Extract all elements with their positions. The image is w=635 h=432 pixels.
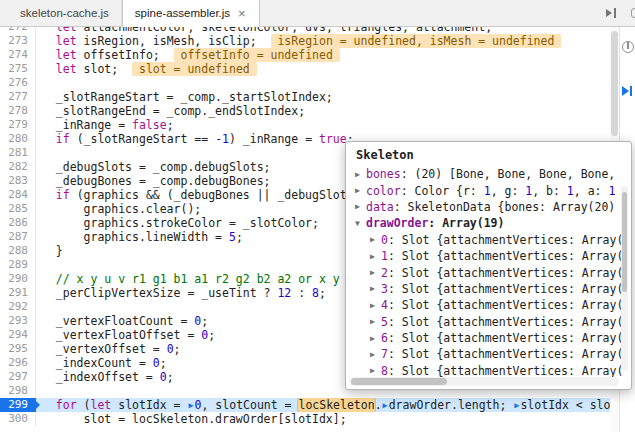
code-row: 272 let attachmentColor, skeletonColor, …	[0, 27, 619, 34]
line-number[interactable]: 288	[0, 244, 36, 258]
tree-expand-icon[interactable]: ▶	[368, 366, 381, 375]
tree-expand-icon[interactable]: ▶	[368, 334, 381, 343]
inline-value-hint: isRegion = undefined, isMesh = undefined	[271, 34, 562, 48]
editor-tab-bar: skeleton-cache.jsspine-assembler.js×	[0, 0, 635, 27]
popover-vscroll-thumb[interactable]	[622, 192, 627, 292]
line-number[interactable]: 278	[0, 104, 36, 118]
line-number[interactable]: 287	[0, 230, 36, 244]
code-line: let slot; slot = undefined	[36, 62, 619, 76]
popover-vertical-scrollbar[interactable]	[621, 186, 628, 371]
property-name: 0	[381, 233, 388, 247]
tab-close-icon[interactable]: ×	[237, 7, 247, 20]
property-row: ▶2: Slot {attachmentVertices: Array(	[353, 264, 631, 280]
tree-collapse-icon[interactable]: ▼	[353, 219, 366, 228]
line-number[interactable]: 295	[0, 342, 36, 356]
overflow-icon[interactable]	[629, 7, 635, 19]
tree-expand-icon[interactable]: ▶	[368, 252, 381, 261]
code-row: 276	[0, 76, 619, 90]
line-number[interactable]: 300	[0, 412, 36, 426]
property-row: ▶0: Slot {attachmentVertices: Array(	[353, 232, 631, 248]
code-row: 275 let slot; slot = undefined	[0, 62, 619, 76]
line-number[interactable]: 293	[0, 314, 36, 328]
line-number[interactable]: 294	[0, 328, 36, 342]
tree-expand-icon[interactable]: ▶	[368, 235, 381, 244]
popover-hscroll-thumb[interactable]	[351, 378, 447, 385]
line-number[interactable]: 291	[0, 286, 36, 300]
resume-marker-icon[interactable]	[622, 85, 634, 97]
line-number[interactable]: 284	[0, 188, 36, 202]
code-row: 299 for (let slotIdx = ▶0, slotCount = l…	[0, 398, 619, 412]
property-row: ▼drawOrder: Array(19)	[353, 215, 631, 231]
property-row: ▶bones: (20) [Bone, Bone, Bone, Bone,	[353, 166, 631, 182]
tree-expand-icon[interactable]: ▶	[368, 284, 381, 293]
popover-horizontal-scrollbar[interactable]	[349, 377, 619, 386]
tab-spine-assembler.js[interactable]: spine-assembler.js×	[122, 0, 260, 27]
line-number[interactable]: 297	[0, 370, 36, 384]
line-number[interactable]: 280	[0, 132, 36, 146]
line-number[interactable]: 277	[0, 90, 36, 104]
inline-expand-icon[interactable]: ▶	[187, 400, 194, 410]
line-number[interactable]: 289	[0, 258, 36, 272]
line-number[interactable]: 285	[0, 202, 36, 216]
line-number[interactable]: 273	[0, 34, 36, 48]
tree-expand-icon[interactable]: ▶	[368, 268, 381, 277]
property-name: 7	[381, 347, 388, 361]
property-name: data	[366, 200, 394, 214]
code-line: _slotRangeStart = _comp._startSlotIndex;	[36, 90, 619, 104]
code-line: _inRange = false;	[36, 118, 619, 132]
line-number[interactable]: 274	[0, 48, 36, 62]
line-number[interactable]: 290	[0, 272, 36, 286]
tree-expand-icon[interactable]: ▶	[368, 317, 381, 326]
line-number[interactable]: 292	[0, 300, 36, 314]
tab-skeleton-cache.js[interactable]: skeleton-cache.js	[8, 0, 122, 26]
code-line: _slotRangeEnd = _comp._endSlotIndex;	[36, 104, 619, 118]
line-number[interactable]: 279	[0, 118, 36, 132]
tree-expand-icon[interactable]: ▶	[368, 350, 381, 359]
line-number[interactable]: 299	[0, 398, 36, 412]
property-name: drawOrder	[366, 216, 428, 230]
property-row: ▶6: Slot {attachmentVertices: Array(	[353, 330, 631, 346]
inline-expand-icon[interactable]: ▶	[382, 400, 389, 410]
property-name: 1	[381, 249, 388, 263]
code-row: 273 let isRegion, isMesh, isClip; isRegi…	[0, 34, 619, 48]
object-inspect-popover: Skeleton ▶bones: (20) [Bone, Bone, Bone,…	[345, 141, 632, 390]
line-number[interactable]: 282	[0, 160, 36, 174]
property-row: ▶1: Slot {attachmentVertices: Array(	[353, 248, 631, 264]
property-name: 2	[381, 266, 388, 280]
line-number[interactable]: 296	[0, 356, 36, 370]
tree-expand-icon[interactable]: ▶	[368, 301, 381, 310]
line-number[interactable]: 286	[0, 216, 36, 230]
property-row: ▶3: Slot {attachmentVertices: Array(	[353, 281, 631, 297]
editor-scrollbar-thumb[interactable]	[611, 31, 618, 136]
popover-object-title: Skeleton	[353, 147, 631, 166]
line-number[interactable]: 276	[0, 76, 36, 90]
line-number[interactable]: 275	[0, 62, 36, 76]
code-line: for (let slotIdx = ▶0, slotCount = locSk…	[36, 398, 619, 412]
line-number[interactable]: 283	[0, 174, 36, 188]
code-line: let isRegion, isMesh, isClip; isRegion =…	[36, 34, 619, 48]
code-line: let offsetInfo; offsetInfo = undefined	[36, 48, 619, 62]
code-row: 274 let offsetInfo; offsetInfo = undefin…	[0, 48, 619, 62]
inline-value-hint: offsetInfo = undefined	[174, 48, 340, 62]
tree-expand-icon[interactable]: ▶	[353, 170, 366, 179]
property-name: 4	[381, 298, 388, 312]
line-number[interactable]: 272	[0, 27, 36, 34]
line-number[interactable]: 281	[0, 146, 36, 160]
evaluated-token[interactable]: locSkeleton	[298, 398, 374, 412]
tree-expand-icon[interactable]: ▶	[353, 186, 366, 195]
property-name: bones	[366, 167, 401, 181]
property-name: 8	[381, 364, 388, 378]
property-row: ▶data: SkeletonData {bones: Array(20)	[353, 199, 631, 215]
tree-expand-icon[interactable]: ▶	[353, 202, 366, 211]
code-row: 277 _slotRangeStart = _comp._startSlotIn…	[0, 90, 619, 104]
info-icon[interactable]	[622, 41, 634, 53]
dock-panel-icon[interactable]	[605, 7, 619, 19]
tab-label: skeleton-cache.js	[20, 7, 109, 19]
property-row: ▶4: Slot {attachmentVertices: Array(	[353, 297, 631, 313]
code-row: 279 _inRange = false;	[0, 118, 619, 132]
tab-label: spine-assembler.js	[135, 7, 230, 19]
property-row: ▶5: Slot {attachmentVertices: Array(	[353, 314, 631, 330]
line-number[interactable]: 298	[0, 384, 36, 398]
inline-value-hint: slot = undefined	[132, 62, 257, 76]
property-name: 3	[381, 282, 388, 296]
